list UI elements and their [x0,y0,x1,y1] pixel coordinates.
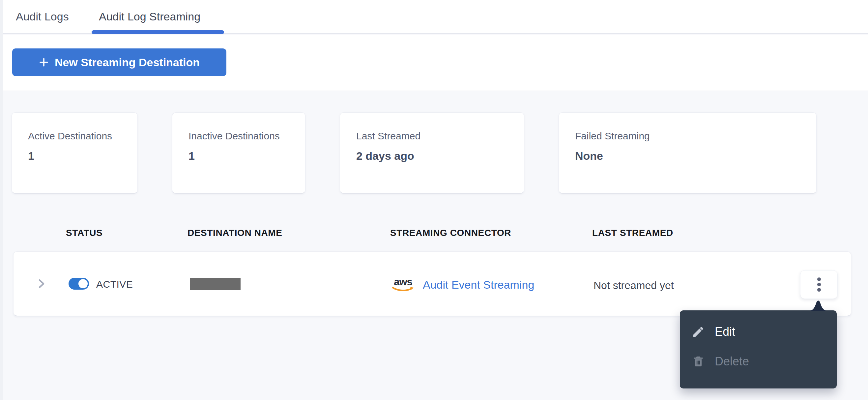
action-bar: New Streaming Destination [0,35,868,91]
tab-bar: Audit Logs Audit Log Streaming [0,0,868,34]
stat-value: 2 days ago [356,150,414,162]
destination-name-redacted [190,278,241,290]
new-streaming-destination-label: New Streaming Destination [55,56,200,69]
status-toggle[interactable] [68,278,89,289]
column-header-destination-name: DESTINATION NAME [187,228,282,238]
plus-icon [39,57,49,67]
connector-link[interactable]: Audit Event Streaming [423,278,534,291]
stat-card-last-streamed: Last Streamed 2 days ago [340,112,524,194]
stat-card-active-destinations: Active Destinations 1 [11,112,138,194]
left-edge-strip [0,0,3,400]
toggle-knob [79,279,88,288]
kebab-icon [817,277,821,291]
aws-logo-icon: aws [391,277,415,292]
column-header-streaming-connector: STREAMING CONNECTOR [390,228,511,238]
context-menu-arrow [807,298,830,311]
status-label: ACTIVE [96,279,133,290]
aws-smile-swoosh [392,287,414,292]
row-actions-button[interactable] [800,270,838,299]
context-menu: Edit Delete [680,310,837,389]
column-header-last-streamed: LAST STREAMED [592,228,673,238]
audit-log-streaming-page: Audit Logs Audit Log Streaming New Strea… [0,0,868,400]
stat-card-inactive-destinations: Inactive Destinations 1 [172,112,306,194]
menu-item-edit[interactable]: Edit [680,317,837,347]
column-header-status: STATUS [66,228,102,238]
new-streaming-destination-button[interactable]: New Streaming Destination [12,49,226,76]
stat-value: 1 [188,150,195,162]
tab-label: Audit Logs [16,10,69,23]
chevron-right-icon [35,277,48,290]
stat-value: None [575,150,603,162]
tab-label: Audit Log Streaming [99,10,200,23]
stat-label: Failed Streaming [575,130,650,142]
pencil-icon [692,325,705,338]
active-tab-underline [92,30,224,34]
stat-value: 1 [28,150,34,162]
stat-label: Active Destinations [28,130,112,142]
menu-item-delete: Delete [680,347,837,376]
streaming-connector-cell: aws Audit Event Streaming [391,268,534,301]
last-streamed-value: Not streamed yet [593,279,674,291]
table-row: ACTIVE aws Audit Event Streaming Not str… [13,251,851,316]
menu-item-label: Edit [715,325,735,339]
menu-item-label: Delete [715,355,749,368]
stat-label: Last Streamed [356,130,421,142]
trash-icon [692,355,705,368]
expand-row-button[interactable] [35,277,48,290]
tab-audit-log-streaming[interactable]: Audit Log Streaming [99,0,200,33]
tab-audit-logs[interactable]: Audit Logs [16,0,69,33]
stat-card-failed-streaming: Failed Streaming None [559,112,816,194]
stat-label: Inactive Destinations [188,130,280,142]
aws-logo-text: aws [394,277,412,286]
